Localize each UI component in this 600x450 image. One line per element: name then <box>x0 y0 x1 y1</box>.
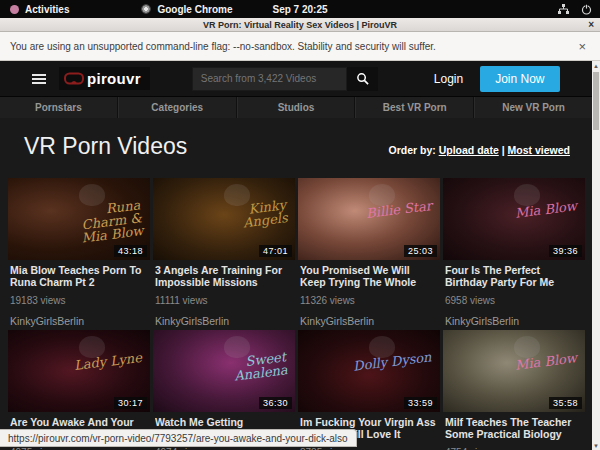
video-studio-link[interactable]: KinkyGirlsBerlin <box>300 315 438 327</box>
power-icon[interactable] <box>581 4 592 15</box>
video-title[interactable]: 3 Angels Are Training For Impossible Mis… <box>155 265 293 288</box>
scrollbar-thumb[interactable] <box>593 72 599 130</box>
chrome-app-icon <box>141 4 151 14</box>
order-most-viewed-link[interactable]: Most viewed <box>508 144 570 156</box>
window-title-bar: VR Porn: Virtual Reality Sex Videos | Pi… <box>0 18 600 32</box>
video-thumbnail[interactable]: Lady Lyne30:17 <box>8 330 150 412</box>
order-separator: | <box>502 144 505 156</box>
video-card[interactable]: Runa Charm & Mia Blow43:18Mia Blow Teach… <box>8 178 150 328</box>
video-views: 19183 views <box>10 295 148 306</box>
thumbnail-caption: Runa Charm & Mia Blow <box>60 198 144 246</box>
warning-close-icon[interactable]: × <box>578 39 586 54</box>
scrollbar[interactable]: ▲ ▼ <box>592 61 600 450</box>
video-thumbnail[interactable]: Kinky Angels47:01 <box>153 178 295 260</box>
chrome-warning-bar: You are using an unsupported command-lin… <box>0 32 600 61</box>
video-thumbnail[interactable]: Dolly Dyson33:59 <box>298 330 440 412</box>
video-thumbnail[interactable]: Mia Blow35:58 <box>443 330 585 412</box>
video-thumbnail[interactable]: Billie Star25:03 <box>298 178 440 260</box>
video-studio-link[interactable]: KinkyGirlsBerlin <box>445 315 583 327</box>
duration-badge: 36:30 <box>259 397 292 409</box>
status-url-text: https://pirouvr.com/vr-porn-video/779325… <box>8 433 348 444</box>
search-bar <box>192 67 378 91</box>
thumbnail-caption: Sweet Analena <box>206 350 289 386</box>
site-logo[interactable]: pirouvr <box>59 67 150 90</box>
nav-item-studios[interactable]: Studios <box>237 97 356 118</box>
video-views: 6958 views <box>445 295 583 306</box>
join-now-button[interactable]: Join Now <box>480 66 559 92</box>
activities-button[interactable]: Activities <box>25 4 69 15</box>
nav-item-new-vr-porn[interactable]: New VR Porn <box>474 97 592 118</box>
video-card[interactable]: Kinky Angels47:013 Angels Are Training F… <box>153 178 295 328</box>
vr-goggles-icon <box>64 72 84 85</box>
scroll-up-icon[interactable]: ▲ <box>592 61 600 70</box>
video-title[interactable]: Mia Blow Teaches Porn To Runa Charm Pt 2 <box>10 265 148 288</box>
window-close-icon[interactable]: × <box>588 19 594 30</box>
browser-viewport: pirouvr Login Join Now PornstarsCategori… <box>0 61 600 450</box>
nav-item-best-vr-porn[interactable]: Best VR Porn <box>355 97 474 118</box>
search-input[interactable] <box>192 67 347 91</box>
video-card[interactable]: Mia Blow39:36Four Is The Perfect Birthda… <box>443 178 585 328</box>
video-card[interactable]: Mia Blow35:58Milf Teaches The Teacher So… <box>443 330 585 450</box>
main-nav: PornstarsCategoriesStudiosBest VR PornNe… <box>0 96 592 118</box>
duration-badge: 43:18 <box>114 245 147 257</box>
nav-item-pornstars[interactable]: Pornstars <box>0 97 118 118</box>
site-header: pirouvr Login Join Now <box>0 61 592 96</box>
video-studio-link[interactable]: KinkyGirlsBerlin <box>10 315 148 327</box>
video-thumbnail[interactable]: Runa Charm & Mia Blow43:18 <box>8 178 150 260</box>
video-studio-link[interactable]: KinkyGirlsBerlin <box>155 315 293 327</box>
nav-item-categories[interactable]: Categories <box>118 97 237 118</box>
duration-badge: 25:03 <box>404 245 437 257</box>
thumbnail-caption: Dolly Dyson <box>353 350 433 372</box>
app-menu-button[interactable]: Google Chrome <box>157 4 232 15</box>
duration-badge: 35:58 <box>549 397 582 409</box>
scroll-down-icon[interactable]: ▼ <box>592 441 600 450</box>
video-title[interactable]: You Promised We Will Keep Trying The Who… <box>300 265 438 288</box>
login-link[interactable]: Login <box>434 72 463 86</box>
video-grid: Runa Charm & Mia Blow43:18Mia Blow Teach… <box>0 178 592 450</box>
video-title[interactable]: Milf Teaches The Teacher Some Practical … <box>445 417 583 440</box>
status-bar-url: https://pirouvr.com/vr-porn-video/779325… <box>0 429 357 447</box>
window-title: VR Porn: Virtual Reality Sex Videos | Pi… <box>203 20 397 30</box>
video-card[interactable]: Billie Star25:03You Promised We Will Kee… <box>298 178 440 328</box>
system-top-bar: Activities Google Chrome Sep 7 20:25 <box>0 0 600 18</box>
order-upload-date-link[interactable]: Upload date <box>439 144 499 156</box>
duration-badge: 30:17 <box>114 397 147 409</box>
video-views: 11326 views <box>300 295 438 306</box>
order-by-controls: Order by: Upload date | Most viewed <box>388 144 570 156</box>
video-thumbnail[interactable]: Sweet Analena36:30 <box>153 330 295 412</box>
duration-badge: 39:36 <box>549 245 582 257</box>
duration-badge: 33:59 <box>404 397 437 409</box>
search-button[interactable] <box>347 67 378 91</box>
video-views: 11111 views <box>155 295 293 306</box>
video-title[interactable]: Four Is The Perfect Birthday Party For M… <box>445 265 583 288</box>
clock[interactable]: Sep 7 20:25 <box>0 4 600 15</box>
network-icon[interactable] <box>558 4 569 15</box>
hamburger-menu-icon[interactable] <box>32 74 46 84</box>
video-thumbnail[interactable]: Mia Blow39:36 <box>443 178 585 260</box>
page-title: VR Porn Videos <box>24 133 187 160</box>
activities-indicator-icon <box>10 5 19 14</box>
search-icon <box>356 72 369 85</box>
site-logo-text: pirouvr <box>87 70 141 87</box>
thumbnail-caption: Kinky Angels <box>206 198 289 234</box>
duration-badge: 47:01 <box>259 245 292 257</box>
order-by-label: Order by: <box>388 144 435 156</box>
warning-text: You are using an unsupported command-lin… <box>10 41 436 52</box>
